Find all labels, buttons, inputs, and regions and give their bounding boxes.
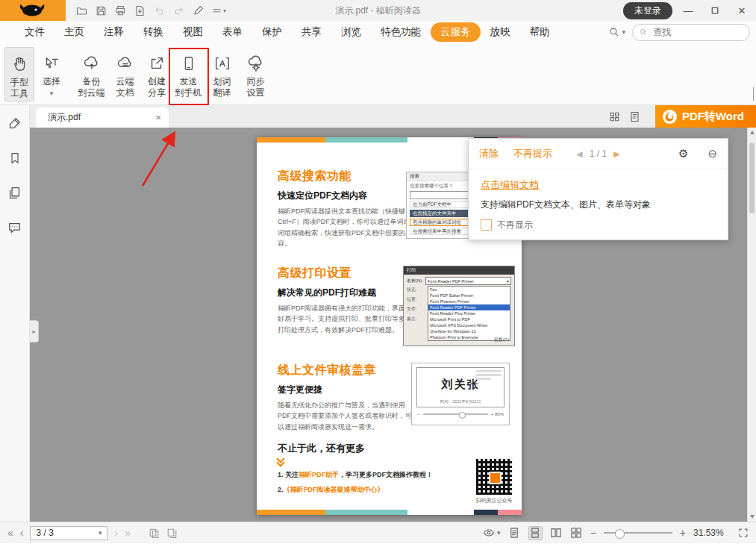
scroll-down-icon[interactable] [748, 512, 756, 522]
scroll-up-icon[interactable] [748, 128, 756, 137]
facing-view-button[interactable] [550, 527, 563, 540]
menu-convert[interactable]: 转换 [134, 22, 173, 42]
login-button[interactable]: 未登录 [623, 2, 672, 19]
popup-settings-gear-icon[interactable]: ⚙ [678, 147, 688, 160]
customize-toolbar-button[interactable]: ▾ [212, 6, 226, 16]
save-button[interactable] [96, 5, 107, 16]
tab-close-icon[interactable]: × [155, 112, 161, 123]
dont-show-checkbox-row: 不再显示 [481, 219, 716, 231]
document-tab[interactable]: 演示.pdf × [36, 107, 169, 128]
select-tool-button[interactable]: 选择 ▾ [34, 47, 69, 101]
sync-settings-button[interactable]: 同步 设置 [239, 47, 272, 101]
signature-zoom-value: + 80% [491, 412, 504, 416]
search-tools-button[interactable]: ▾ [609, 27, 625, 37]
bookmarks-panel-icon[interactable] [9, 152, 21, 164]
pdf-to-word-button[interactable]: PDF转Word [655, 105, 756, 128]
menu-cloud-service[interactable]: 云服务 [431, 22, 481, 42]
tab-grid-view-icon[interactable] [609, 111, 620, 122]
clear-button[interactable]: 清除 [479, 147, 499, 160]
menu-protect[interactable]: 保护 [252, 22, 292, 42]
caret-down-icon: ▾ [622, 28, 625, 36]
minimize-button[interactable]: — [677, 1, 699, 19]
view-mode-button[interactable]: ▾ [483, 527, 501, 539]
continuous-view-button[interactable] [528, 526, 543, 540]
menu-view[interactable]: 视图 [173, 22, 213, 42]
hand-tool-button[interactable]: 手型 工具 [4, 47, 34, 101]
menubar-right-tools: ▾ [609, 24, 756, 41]
panel-expand-handle[interactable]: ▸ [30, 320, 39, 343]
phone-icon [181, 53, 197, 74]
single-page-view-button[interactable] [508, 527, 521, 540]
export-button[interactable] [134, 5, 146, 16]
edit-document-link[interactable]: 点击编辑文档 [481, 179, 539, 190]
cloud-upload-icon [83, 53, 101, 74]
menu-features[interactable]: 特色功能 [371, 22, 431, 42]
menu-share[interactable]: 共享 [292, 22, 331, 42]
document-canvas[interactable]: ▸ 高级搜索功能 快速定位PDF文档内容 福昕PDF阅读器提供文本查找功能（快捷… [30, 128, 756, 522]
foxit-assistant-link[interactable]: 福昕PDF助手 [299, 471, 339, 478]
popup-collapse-icon[interactable]: ⊖ [707, 147, 717, 160]
pages-panel-icon[interactable] [8, 187, 21, 199]
caret-down-icon: ▾ [497, 529, 501, 537]
previous-view-button[interactable] [149, 528, 160, 539]
menu-browse[interactable]: 浏览 [331, 22, 371, 42]
undo-button[interactable] [154, 5, 165, 16]
menu-file[interactable]: 文件 [15, 22, 54, 42]
send-to-phone-button[interactable]: 发送 到手机 [172, 47, 205, 101]
first-page-button[interactable]: « [7, 527, 13, 539]
section-heading: 高级打印设置 [278, 266, 413, 281]
print-dialog-title: 打印 [404, 266, 514, 275]
menu-help[interactable]: 帮助 [520, 22, 560, 42]
fullscreen-button[interactable] [738, 528, 749, 538]
foxit-fox-logo-icon [18, 2, 48, 19]
menu-slideshow[interactable]: 放映 [481, 22, 520, 42]
comments-panel-icon[interactable] [8, 222, 21, 234]
qr-logo [489, 472, 502, 484]
print-dialog-screenshot: 打印 名称(N): Foxit Reader PDF Printer▾ 状态: … [403, 266, 515, 346]
dont-show-checkbox[interactable] [481, 219, 492, 231]
tab-title: 演示.pdf [48, 111, 81, 124]
menu-form[interactable]: 表单 [213, 22, 252, 42]
vertical-scrollbar[interactable] [747, 128, 756, 522]
ink-sign-button[interactable] [193, 5, 204, 16]
word-translate-button[interactable]: 划词 翻译 [205, 47, 239, 101]
zoom-in-button[interactable]: + [680, 527, 686, 539]
quick-tools-pencil-icon[interactable] [8, 117, 21, 130]
open-file-button[interactable] [76, 5, 87, 16]
dont-prompt-button[interactable]: 不再提示 [513, 147, 552, 160]
popup-prev-icon[interactable]: ◀ [576, 149, 582, 159]
collapse-ribbon-button[interactable] [753, 88, 754, 101]
next-view-button[interactable] [166, 528, 178, 539]
status-bar: « ‹ 3 / 3 ▾ › » ▾ − + 31.53% [0, 522, 756, 543]
double-chevron-down-icon [278, 456, 472, 465]
more-line-2: 2.《福昕PDF阅读器疑难帮助中心》 [278, 485, 472, 495]
last-page-button[interactable]: » [125, 527, 131, 539]
find-box[interactable] [632, 24, 750, 41]
zoom-slider[interactable] [604, 532, 672, 534]
print-button[interactable] [115, 5, 126, 16]
maximize-button[interactable] [704, 1, 726, 19]
prev-page-button[interactable]: ‹ [20, 527, 24, 539]
tab-list-view-icon[interactable] [629, 111, 640, 122]
find-input[interactable] [652, 26, 743, 38]
zoom-out-button[interactable]: − [590, 527, 596, 539]
menu-comment[interactable]: 注释 [94, 22, 134, 42]
cloud-documents-button[interactable]: 云端 文档 [108, 47, 142, 101]
close-button[interactable]: ✕ [731, 1, 753, 19]
next-page-button[interactable]: › [114, 527, 118, 539]
zoom-slider-thumb[interactable] [615, 529, 625, 539]
section-heading: 线上文件审核盖章 [278, 363, 413, 378]
redo-button[interactable] [173, 5, 184, 16]
section-advanced-search: 高级搜索功能 快速定位PDF文档内容 福昕PDF阅读器提供文本查找功能（快捷键C… [278, 169, 413, 249]
continuous-facing-view-button[interactable] [570, 527, 583, 540]
page-number-selector[interactable]: 3 / 3 ▾ [30, 526, 107, 540]
app-menu-button[interactable] [0, 0, 66, 21]
scrollbar-thumb[interactable] [749, 143, 755, 213]
help-center-link[interactable]: 《福昕PDF阅读器疑难帮助中心》 [284, 486, 384, 493]
create-share-button[interactable]: 创建 分享 [142, 47, 172, 101]
menu-home[interactable]: 主页 [54, 22, 94, 42]
popup-next-icon[interactable]: ▶ [613, 149, 619, 159]
section-body: 福昕PDF阅读器拥有强大的打印功能，界面友好易于学习。支持虚拟打印、批量打印等多… [278, 303, 413, 335]
backup-to-cloud-button[interactable]: 备份 到云端 [75, 47, 108, 101]
eye-icon [483, 527, 495, 539]
